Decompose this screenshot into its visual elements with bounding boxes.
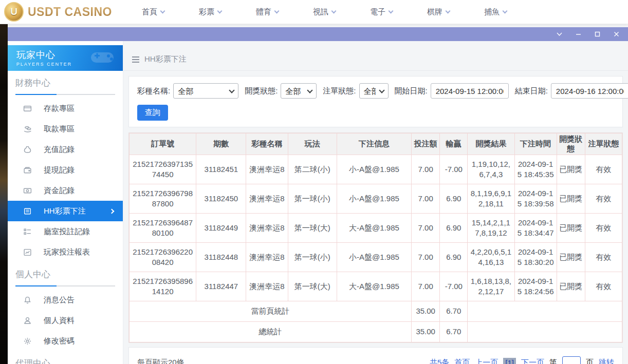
- table-cell: 31182448: [196, 243, 246, 272]
- table-row: 215217263962200842031182448澳洲幸运8第一球(小)小-…: [130, 243, 622, 272]
- nav-item-4[interactable]: 電子: [370, 7, 393, 17]
- first-page-link[interactable]: 首页: [454, 358, 470, 364]
- table-cell: 已開獎: [557, 184, 585, 214]
- column-header: 彩種名稱: [246, 133, 288, 155]
- sidebar-item-funds-records[interactable]: 資金記錄: [8, 180, 123, 201]
- window-titlebar: [8, 27, 628, 41]
- sidebar-item-change-password[interactable]: 修改密碼: [8, 331, 123, 351]
- column-header: 下注信息: [337, 133, 411, 155]
- minimize-icon[interactable]: [575, 31, 582, 37]
- gamepad-decoration-icon: [87, 47, 118, 68]
- table-cell: 31182451: [196, 155, 246, 184]
- table-cell: 7.00: [412, 272, 440, 301]
- current-page-indicator[interactable]: [1]: [503, 358, 516, 364]
- table-cell: 小-A盤@1.985: [337, 155, 411, 184]
- sidebar-item-hh-lottery-bets[interactable]: HH彩票下注: [8, 201, 123, 221]
- sidebar-sections: 財務中心存款專區取款專區充值記錄提現記錄資金記錄HH彩票下注廳室投註記錄玩家投注…: [8, 77, 123, 364]
- page-jump-input[interactable]: [562, 356, 581, 364]
- summary-winloss-total: 6.70: [440, 301, 468, 322]
- main-content: HH彩票下注 彩種名稱: 全部 開獎狀態:: [123, 41, 628, 364]
- summary-row: 當前頁統計35.006.70: [130, 301, 622, 322]
- nav-item-label: 體育: [256, 7, 271, 17]
- table-row: 215217263971357445031182451澳洲幸运8第二球(小)小-…: [130, 155, 622, 184]
- column-header: 投注額: [412, 133, 440, 155]
- next-page-link[interactable]: 下一页: [521, 358, 544, 364]
- sidebar-item-profile[interactable]: 個人資料: [8, 310, 123, 331]
- maximize-icon[interactable]: [594, 31, 601, 37]
- table-cell: 7.00: [412, 184, 440, 214]
- close-icon[interactable]: [613, 31, 620, 37]
- hamburger-menu-icon[interactable]: [132, 56, 140, 63]
- nav-item-label: 彩票: [199, 7, 214, 17]
- money-bag-icon: [23, 145, 32, 154]
- lottery-name-select[interactable]: 全部: [173, 83, 238, 99]
- page-jump-button[interactable]: 跳转: [599, 358, 614, 364]
- nav-item-3[interactable]: 視訊: [313, 7, 336, 17]
- book-icon: [23, 206, 32, 216]
- chevron-down-icon: [503, 8, 508, 13]
- table-cell: 2152172639622008420: [130, 243, 196, 272]
- person-icon: [23, 316, 32, 325]
- table-row: 215217263967988780031182450澳洲幸运8第一球(小)小-…: [130, 184, 622, 214]
- column-header: 期數: [196, 133, 246, 155]
- table-body: 215217263971357445031182451澳洲幸运8第二球(小)小-…: [130, 155, 622, 342]
- end-date-input[interactable]: [551, 83, 628, 99]
- background-image-strip: [0, 24, 8, 364]
- column-header: 玩法: [288, 133, 337, 155]
- table-cell: 7.00: [412, 155, 440, 184]
- table-cell: 小-A盤@1.985: [337, 243, 411, 272]
- brand-logo[interactable]: U USDT CASINO: [4, 2, 112, 22]
- table-cell: 澳洲幸运8: [246, 272, 288, 301]
- sidebar-item-label: 取款專區: [44, 124, 75, 134]
- column-header: 訂單號: [130, 133, 196, 155]
- nav-item-2[interactable]: 體育: [256, 7, 279, 17]
- table-cell: 有效: [585, 272, 622, 301]
- nav-item-1[interactable]: 彩票: [199, 7, 221, 17]
- table-cell: 澳洲幸运8: [246, 214, 288, 243]
- sidebar-item-deposit-area[interactable]: 存款專區: [8, 98, 123, 119]
- summary-row: 總統計35.006.70: [130, 322, 622, 342]
- players-center-header: 玩家中心 PLAYERS CENTER: [8, 45, 123, 71]
- prev-page-link[interactable]: 上一页: [475, 358, 498, 364]
- table-cell: 已開獎: [557, 272, 585, 301]
- sidebar-item-recharge-records[interactable]: 充值記錄: [8, 139, 123, 160]
- nav-item-6[interactable]: 捕魚: [484, 7, 507, 17]
- nav-item-5[interactable]: 棋牌: [427, 7, 450, 17]
- sidebar-item-withdrawal-records[interactable]: 提現記錄: [8, 160, 123, 180]
- order-status-select[interactable]: 全部: [359, 83, 389, 99]
- gear-icon: [23, 336, 32, 346]
- sidebar-section-title: 代理中心: [15, 357, 115, 364]
- sidebar-item-label: 個人資料: [44, 316, 75, 325]
- table-cell: -7.00: [440, 272, 468, 301]
- draw-status-label: 開獎狀態:: [245, 86, 278, 96]
- table-row: 215217263958961412031182447澳洲幸运8第一球(大)大-…: [130, 272, 622, 301]
- sidebar-item-announcements[interactable]: 消息公告: [8, 290, 123, 310]
- nav-item-0[interactable]: 首頁: [142, 7, 164, 17]
- chevron-down-icon: [331, 8, 337, 13]
- player-center-window: 玩家中心 PLAYERS CENTER 財務中心存款專區取款專區充值記錄提現記錄…: [8, 27, 628, 364]
- table-cell: 第一球(大): [288, 272, 337, 301]
- table-cell: 大-A盤@1.985: [337, 272, 411, 301]
- sidebar-item-player-bet-report[interactable]: 玩家投注報表: [8, 242, 123, 262]
- nav-item-label: 電子: [370, 7, 385, 17]
- sidebar-item-room-bet-records[interactable]: 廳室投註記錄: [8, 221, 123, 242]
- start-date-input[interactable]: [431, 83, 509, 99]
- wallet-icon: [23, 165, 32, 175]
- draw-status-select[interactable]: 全部: [281, 83, 317, 99]
- lottery-name-select-wrap: 全部: [173, 83, 238, 99]
- table-cell: 4,2,20,6,5,14,16,13: [468, 243, 514, 272]
- table-cell: 2152172639679887800: [130, 184, 196, 214]
- table-cell: 8,1,19,6,9,12,18,11: [468, 184, 514, 214]
- chevron-right-icon: [109, 208, 115, 214]
- chevron-down-icon: [389, 8, 394, 13]
- sidebar-item-label: 存款專區: [44, 104, 75, 113]
- table-cell: -7.00: [440, 155, 468, 184]
- sidebar-item-label: 修改密碼: [44, 336, 75, 346]
- table-cell: 第二球(小): [288, 155, 337, 184]
- banknote-icon: [23, 186, 32, 195]
- sidebar-item-withdraw-area[interactable]: 取款專區: [8, 119, 123, 139]
- collapse-chevron-icon[interactable]: [556, 31, 563, 37]
- page-header: HH彩票下注: [123, 41, 628, 71]
- search-button[interactable]: 查詢: [137, 105, 168, 121]
- column-header: 開獎結果: [468, 133, 514, 155]
